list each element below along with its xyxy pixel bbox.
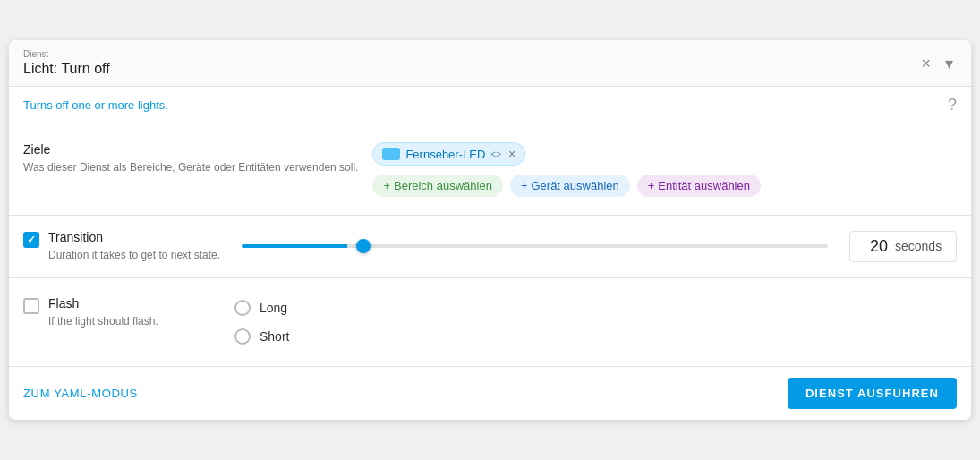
add-entitat-label: Entität auswählen bbox=[658, 179, 750, 192]
footer: ZUM YAML-MODUS DIENST AUSFÜHREN bbox=[9, 367, 971, 420]
ziele-left: Ziele Was dieser Dienst als Bereiche, Ge… bbox=[23, 142, 358, 175]
add-entitat-plus: + bbox=[648, 179, 655, 192]
ziele-title: Ziele bbox=[23, 142, 358, 157]
add-bereich-button[interactable]: + Bereich auswählen bbox=[372, 175, 502, 197]
transition-checkbox[interactable] bbox=[23, 232, 39, 248]
ziele-section: Ziele Was dieser Dienst als Bereiche, Ge… bbox=[9, 124, 971, 216]
flash-radio-group: Long Short bbox=[234, 296, 957, 348]
expand-icon[interactable]: ▾ bbox=[942, 54, 957, 73]
seconds-value: 20 bbox=[861, 237, 888, 256]
add-bereich-label: Bereich auswählen bbox=[394, 179, 492, 192]
seconds-box: 20 seconds bbox=[849, 231, 957, 262]
device-chip: Fernseher-LED <> × bbox=[372, 142, 525, 166]
add-bereich-plus: + bbox=[383, 179, 390, 192]
ziele-right: Fernseher-LED <> × + Bereich auswählen +… bbox=[372, 142, 957, 197]
flash-section: Flash If the light should flash. Long Sh… bbox=[9, 278, 971, 367]
device-chip-code: <> bbox=[490, 149, 501, 159]
transition-slider[interactable] bbox=[242, 244, 828, 248]
radio-long-circle bbox=[234, 300, 251, 316]
transition-desc: Duration it takes to get to next state. bbox=[48, 248, 220, 263]
service-header-left: Dienst Licht: Turn off bbox=[23, 49, 110, 77]
add-gerat-plus: + bbox=[521, 179, 528, 192]
help-icon[interactable]: ? bbox=[948, 96, 957, 115]
radio-long-label: Long bbox=[260, 301, 287, 315]
radio-long[interactable]: Long bbox=[234, 300, 957, 316]
close-icon[interactable]: × bbox=[917, 54, 934, 73]
transition-checkbox-wrap: Transition Duration it takes to get to n… bbox=[23, 230, 220, 263]
flash-checkbox-wrap: Flash If the light should flash. bbox=[23, 296, 220, 329]
service-header: Dienst Licht: Turn off × ▾ bbox=[9, 40, 971, 87]
flash-label-block: Flash If the light should flash. bbox=[48, 296, 158, 329]
flash-checkbox[interactable] bbox=[23, 298, 39, 314]
description-text: Turns off one or more lights. bbox=[23, 98, 168, 112]
add-buttons-row: + Bereich auswählen + Gerät auswählen + … bbox=[372, 175, 957, 197]
radio-short[interactable]: Short bbox=[234, 328, 957, 345]
transition-slider-area bbox=[234, 244, 835, 248]
service-value: Licht: Turn off bbox=[23, 61, 110, 77]
add-entitat-button[interactable]: + Entität auswählen bbox=[637, 175, 761, 197]
execute-button[interactable]: DIENST AUSFÜHREN bbox=[788, 378, 957, 409]
flash-title: Flash bbox=[48, 296, 158, 311]
transition-title: Transition bbox=[48, 230, 220, 244]
main-card: Dienst Licht: Turn off × ▾ Turns off one… bbox=[9, 40, 971, 420]
service-label: Dienst bbox=[23, 49, 110, 59]
description-row: Turns off one or more lights. ? bbox=[9, 87, 971, 124]
add-gerat-label: Gerät auswählen bbox=[531, 179, 618, 192]
flash-desc: If the light should flash. bbox=[48, 314, 158, 329]
chip-row: Fernseher-LED <> × bbox=[372, 142, 957, 166]
flash-left: Flash If the light should flash. bbox=[23, 296, 220, 329]
device-chip-close[interactable]: × bbox=[508, 147, 516, 161]
radio-short-circle bbox=[234, 328, 251, 345]
yaml-link[interactable]: ZUM YAML-MODUS bbox=[23, 387, 138, 400]
seconds-label: seconds bbox=[895, 239, 942, 253]
transition-label-block: Transition Duration it takes to get to n… bbox=[48, 230, 220, 263]
transition-section: Transition Duration it takes to get to n… bbox=[9, 216, 971, 278]
device-chip-label: Fernseher-LED bbox=[405, 148, 485, 161]
service-header-actions: × ▾ bbox=[917, 54, 957, 73]
add-gerat-button[interactable]: + Gerät auswählen bbox=[510, 175, 630, 197]
ziele-desc: Was dieser Dienst als Bereiche, Geräte o… bbox=[23, 160, 358, 175]
device-chip-icon bbox=[382, 148, 400, 160]
radio-short-label: Short bbox=[260, 329, 289, 344]
